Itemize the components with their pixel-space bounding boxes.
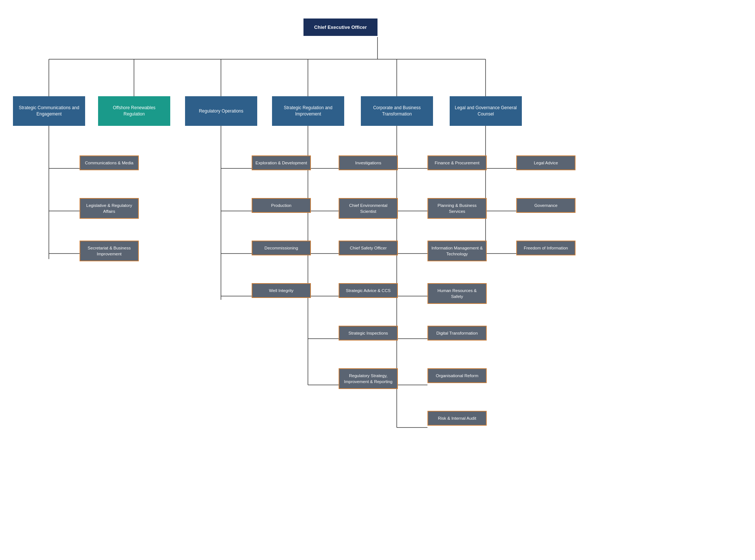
dept-foi: Freedom of Information bbox=[516, 241, 576, 255]
dept-offshore-label: Offshore Renewables Regulation bbox=[102, 105, 167, 117]
decommissioning-label: Decommissioning bbox=[265, 246, 298, 250]
regulatory-strategy-label: Regulatory Strategy, Improvement & Repor… bbox=[344, 373, 392, 384]
dept-risk-audit: Risk & Internal Audit bbox=[427, 411, 487, 426]
chief-safety-label: Chief Safety Officer bbox=[350, 246, 387, 250]
foi-label: Freedom of Information bbox=[524, 246, 568, 250]
production-label: Production bbox=[271, 203, 292, 208]
dept-investigations: Investigations bbox=[339, 155, 398, 170]
dept-decommissioning: Decommissioning bbox=[252, 241, 311, 255]
investigations-label: Investigations bbox=[355, 161, 381, 165]
dept-planning: Planning & Business Services bbox=[427, 198, 487, 219]
dept-finance: Finance & Procurement bbox=[427, 155, 487, 170]
dept-production: Production bbox=[252, 198, 311, 213]
strategic-inspections-label: Strategic Inspections bbox=[349, 331, 388, 335]
dept-corporate: Corporate and Business Transformation bbox=[361, 96, 433, 126]
planning-label: Planning & Business Services bbox=[437, 203, 476, 214]
dept-secretariat: Secretariat & Business Improvement bbox=[80, 241, 139, 261]
dept-legislative: Legislative & Regulatory Affairs bbox=[80, 198, 139, 219]
dept-org-reform: Organisational Reform bbox=[427, 368, 487, 383]
comms-media-label: Communications & Media bbox=[85, 161, 133, 165]
dept-strategic-inspections: Strategic Inspections bbox=[339, 326, 398, 341]
dept-strategic-comms: Strategic Communications and Engagement bbox=[13, 96, 85, 126]
ceo-label: Chief Executive Officer bbox=[314, 24, 367, 30]
dept-well-integrity: Well Integrity bbox=[252, 283, 311, 298]
dept-hr-safety: Human Resources & Safety bbox=[427, 283, 487, 304]
dept-chief-env: Chief Environmental Scientist bbox=[339, 198, 398, 219]
org-reform-label: Organisational Reform bbox=[436, 373, 478, 378]
dept-offshore-renewables: Offshore Renewables Regulation bbox=[98, 96, 170, 126]
well-integrity-label: Well Integrity bbox=[269, 288, 293, 293]
secretariat-label: Secretariat & Business Improvement bbox=[88, 246, 131, 256]
information-mgmt-label: Information Management & Technology bbox=[432, 246, 483, 256]
dept-strategic-advice: Strategic Advice & CCS bbox=[339, 283, 398, 298]
chief-env-label: Chief Environmental Scientist bbox=[349, 203, 387, 214]
digital-label: Digital Transformation bbox=[436, 331, 478, 335]
dept-reg-ops-label: Regulatory Operations bbox=[199, 108, 243, 114]
legal-advice-label: Legal Advice bbox=[534, 161, 558, 165]
ceo-box: Chief Executive Officer bbox=[303, 19, 378, 36]
org-chart: Chief Executive Officer Strategic Commun… bbox=[0, 0, 755, 560]
governance-label: Governance bbox=[534, 203, 558, 208]
dept-corporate-label: Corporate and Business Transformation bbox=[365, 105, 429, 117]
dept-legal-advice: Legal Advice bbox=[516, 155, 576, 170]
dept-exploration: Exploration & Development bbox=[252, 155, 311, 170]
dept-legal-governance: Legal and Governance General Counsel bbox=[450, 96, 522, 126]
legislative-label: Legislative & Regulatory Affairs bbox=[86, 203, 132, 214]
dept-legal-gov-label: Legal and Governance General Counsel bbox=[453, 105, 518, 117]
exploration-label: Exploration & Development bbox=[255, 161, 307, 165]
dept-strategic-reg-label: Strategic Regulation and Improvement bbox=[276, 105, 340, 117]
finance-label: Finance & Procurement bbox=[435, 161, 480, 165]
risk-audit-label: Risk & Internal Audit bbox=[438, 416, 476, 420]
dept-regulatory-ops: Regulatory Operations bbox=[185, 96, 257, 126]
dept-regulatory-strategy: Regulatory Strategy, Improvement & Repor… bbox=[339, 368, 398, 389]
dept-strategic-comms-label: Strategic Communications and Engagement bbox=[17, 105, 81, 117]
strategic-advice-label: Strategic Advice & CCS bbox=[346, 288, 391, 293]
dept-strategic-reg: Strategic Regulation and Improvement bbox=[272, 96, 344, 126]
dept-digital: Digital Transformation bbox=[427, 326, 487, 341]
dept-chief-safety: Chief Safety Officer bbox=[339, 241, 398, 255]
hr-safety-label: Human Resources & Safety bbox=[437, 288, 477, 299]
dept-information-mgmt: Information Management & Technology bbox=[427, 241, 487, 261]
dept-governance: Governance bbox=[516, 198, 576, 213]
dept-comms-media: Communications & Media bbox=[80, 155, 139, 170]
connectors-svg bbox=[0, 0, 755, 560]
